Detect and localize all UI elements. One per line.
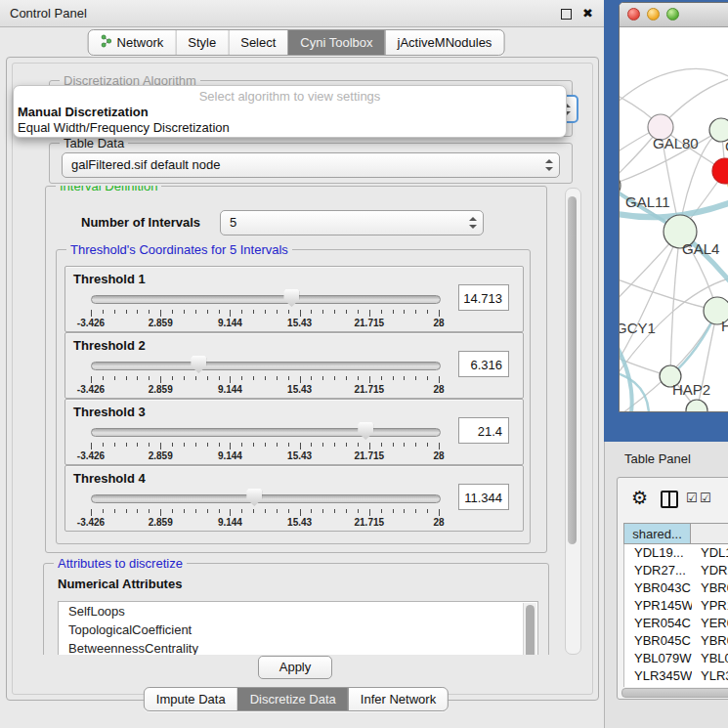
tick-mark — [184, 310, 185, 314]
num-intervals-combobox[interactable]: 5 — [220, 210, 484, 236]
slider-tick-labels: -3.4262.8599.14415.4321.71528 — [91, 318, 439, 329]
zoom-traffic-light-icon[interactable] — [666, 8, 679, 21]
slider-thumb-icon[interactable] — [358, 422, 373, 440]
table-cell[interactable]: YBL0 — [692, 650, 728, 667]
slider-track[interactable] — [91, 494, 441, 503]
tick-mark — [358, 310, 359, 314]
bottom-tab-discretize-data[interactable]: Discretize Data — [237, 688, 348, 710]
column-header-name[interactable]: na — [691, 523, 728, 544]
node-red[interactable] — [712, 158, 728, 184]
combo-arrows-icon[interactable] — [544, 158, 553, 172]
scrollbar-thumb[interactable] — [526, 605, 535, 655]
table-cell[interactable]: YPR145W — [624, 597, 692, 615]
tick-mark — [311, 443, 312, 447]
slider-thumb-icon[interactable] — [191, 356, 206, 373]
close-traffic-light-icon[interactable] — [627, 8, 640, 21]
table-cell[interactable]: YBL079W — [624, 650, 692, 667]
table-row[interactable]: YER054C YER0 — [624, 615, 728, 632]
tick-label: 15.43 — [287, 318, 312, 328]
tick-mark — [322, 310, 323, 314]
table-cell[interactable]: YPR1 — [692, 597, 728, 615]
table-row[interactable]: YBL079W YBL0 — [624, 650, 728, 667]
settings-scroll-area: Interval Definition Number of Intervals … — [12, 186, 565, 655]
slider-thumb-icon[interactable] — [246, 489, 262, 506]
tick-mark — [322, 443, 323, 447]
tick-mark — [219, 509, 220, 513]
table-cell[interactable]: YDL19... — [624, 544, 692, 562]
threshold-slider[interactable] — [91, 421, 439, 441]
threshold-panel-4: Threshold 4 -3.4262.8599.14415.4321.7152… — [64, 465, 524, 532]
float-window-icon[interactable] — [561, 9, 572, 20]
dropdown-placeholder[interactable]: Select algorithm to view settings — [14, 89, 566, 104]
table-cell[interactable]: YBR0 — [692, 632, 728, 650]
tick-mark — [322, 509, 323, 513]
threshold-panel-2: Threshold 2 -3.4262.8599.14415.4321.7152… — [64, 332, 524, 399]
bottom-tab-infer-network[interactable]: Infer Network — [348, 688, 448, 710]
tab-network[interactable]: Network — [89, 30, 176, 55]
threshold-slider[interactable] — [91, 288, 439, 308]
table-cell[interactable]: YDL1 — [692, 544, 728, 562]
combo-arrows-icon[interactable] — [468, 216, 477, 230]
table-cell[interactable]: YLR345W — [624, 667, 692, 685]
scrollbar-thumb[interactable] — [568, 196, 577, 544]
table-cell[interactable]: YER0 — [692, 615, 728, 632]
checkbox-checked-icon[interactable]: ☑ — [686, 491, 698, 505]
table-cell[interactable]: YDR27... — [624, 562, 692, 579]
apply-button[interactable]: Apply — [258, 656, 332, 679]
threshold-value-field[interactable]: 14.713 — [458, 284, 509, 311]
checkbox-checked-icon[interactable]: ☑ — [700, 491, 711, 505]
table-cell[interactable]: YIL052C — [624, 685, 692, 687]
table-cell[interactable]: YBR043C — [624, 579, 692, 597]
slider-track[interactable] — [91, 428, 441, 437]
attribute-item-topologicalcoefficient[interactable]: TopologicalCoefficient — [59, 621, 537, 639]
table-data-combobox[interactable]: galFiltered.sif default node — [62, 152, 560, 178]
slider-track[interactable] — [91, 295, 441, 304]
table-row[interactable]: YLR345W YLR3 — [624, 667, 728, 685]
threshold-slider[interactable] — [91, 355, 439, 374]
table-horizontal-scrollbar[interactable] — [621, 688, 728, 698]
tab-style[interactable]: Style — [175, 30, 228, 55]
algorithm-option-equal-width-frequency-discretization[interactable]: Equal Width/Frequency Discretization — [18, 120, 562, 136]
threshold-slider[interactable] — [91, 488, 439, 507]
table-cell[interactable]: YIL0 — [692, 685, 727, 687]
table-cell[interactable]: YBR0 — [692, 579, 728, 597]
tab-cyni-toolbox[interactable]: Cyni Toolbox — [287, 30, 384, 55]
attributes-listbox[interactable]: SelfLoopsTopologicalCoefficientBetweenne… — [58, 601, 538, 655]
tab-jactivemnodules[interactable]: jActiveMNodules — [385, 30, 504, 55]
table-row[interactable]: YBR043C YBR0 — [624, 579, 728, 597]
split-columns-icon[interactable] — [661, 491, 678, 508]
table-cell[interactable]: YDR2 — [692, 562, 728, 579]
tab-select[interactable]: Select — [228, 30, 287, 55]
algorithm-option-manual-discretization[interactable]: Manual Discretization — [18, 105, 562, 120]
attribute-item-selfloops[interactable]: SelfLoops — [59, 602, 537, 621]
table-row[interactable]: YDL19... YDL1 — [624, 544, 728, 562]
table-row[interactable]: YIL052C YIL0 — [624, 685, 728, 687]
threshold-value-field[interactable]: 6.316 — [458, 351, 509, 377]
tick-mark — [346, 443, 347, 447]
num-intervals-value: 5 — [230, 211, 461, 234]
table-row[interactable]: YPR145W YPR1 — [624, 597, 728, 615]
table-row[interactable]: YDR27... YDR2 — [624, 562, 728, 579]
table-cell[interactable]: YER054C — [624, 615, 692, 632]
slider-ticks — [91, 376, 439, 384]
node-bottom[interactable] — [686, 400, 707, 411]
threshold-value-field[interactable]: 11.344 — [458, 484, 509, 510]
tick-mark — [265, 310, 266, 314]
attributes-scrollbar[interactable] — [523, 603, 536, 655]
threshold-value-field[interactable]: 21.4 — [458, 417, 509, 444]
network-canvas[interactable]: GAL80 GA C GAL11 GAL4 GCY1 H HAP2 — [620, 26, 728, 411]
minimize-traffic-light-icon[interactable] — [647, 8, 660, 21]
slider-thumb-icon[interactable] — [283, 289, 299, 307]
slider-track[interactable] — [91, 362, 441, 370]
column-header-shared[interactable]: shared... — [623, 523, 691, 544]
table-cell[interactable]: YLR3 — [692, 667, 728, 685]
gear-icon[interactable]: ⚙ — [631, 487, 648, 508]
table-cell[interactable]: YBR045C — [624, 632, 692, 650]
close-icon[interactable]: ✖ — [582, 6, 593, 21]
attribute-item-betweennesscentrality[interactable]: BetweennessCentrality — [59, 639, 537, 655]
bottom-tab-impute-data[interactable]: Impute Data — [145, 688, 237, 710]
settings-scrollbar[interactable] — [565, 188, 581, 655]
table-row[interactable]: YBR045C YBR0 — [624, 632, 728, 650]
tick-mark — [393, 443, 394, 447]
tick-mark — [103, 443, 104, 447]
